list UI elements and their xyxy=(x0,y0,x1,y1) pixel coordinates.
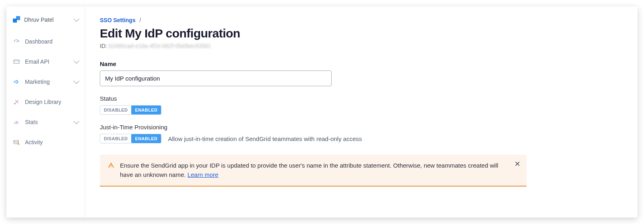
sidebar-item-stats[interactable]: Stats xyxy=(6,112,85,132)
sidebar-item-label: Dashboard xyxy=(25,38,78,45)
config-id: ID: b2480cad-e18a-4f2e-b62f-0fa0bec93581 xyxy=(100,43,623,49)
close-icon[interactable]: ✕ xyxy=(514,160,521,168)
swatch-icon xyxy=(13,98,20,106)
warning-icon xyxy=(108,162,114,168)
sidebar-item-label: Activity xyxy=(25,139,78,145)
jit-toggle-disabled[interactable]: DISABLED xyxy=(100,134,131,143)
breadcrumb: SSO Settings / xyxy=(100,17,623,23)
alert-message: Ensure the SendGrid app in your IDP is u… xyxy=(120,162,498,178)
name-label: Name xyxy=(100,60,623,67)
megaphone-icon xyxy=(13,78,20,85)
jit-label: Just-in-Time Provisioning xyxy=(100,124,623,131)
chevron-down-icon xyxy=(74,118,79,124)
sidebar-item-email-api[interactable]: Email API xyxy=(6,52,85,72)
sidebar-item-label: Design Library xyxy=(25,99,78,105)
page-title: Edit My IdP configuration xyxy=(100,27,623,40)
status-toggle-enabled[interactable]: ENABLED xyxy=(131,106,161,114)
sidebar-item-label: Stats xyxy=(25,119,70,125)
sendgrid-logo-icon xyxy=(13,16,20,23)
sidebar-item-activity[interactable]: Activity xyxy=(6,132,85,152)
sidebar-item-dashboard[interactable]: Dashboard xyxy=(6,31,85,52)
jit-toggle[interactable]: DISABLED ENABLED xyxy=(100,134,161,143)
chevron-down-icon xyxy=(74,16,79,22)
status-label: Status xyxy=(100,95,623,102)
sidebar-item-label: Marketing xyxy=(25,79,70,85)
sidebar: Dhruv Patel Dashboard Email API Marketin… xyxy=(6,6,85,218)
chevron-down-icon xyxy=(74,58,79,64)
alert-text: Ensure the SendGrid app in your IDP is u… xyxy=(120,161,509,179)
sidebar-item-design-library[interactable]: Design Library xyxy=(6,92,85,112)
sidebar-item-label: Email API xyxy=(25,58,70,65)
bars-icon xyxy=(13,118,20,126)
jit-toggle-enabled[interactable]: ENABLED xyxy=(131,134,161,143)
sidebar-user-name: Dhruv Patel xyxy=(24,17,70,23)
sidebar-item-marketing[interactable]: Marketing xyxy=(6,72,85,92)
jit-description: Allow just-in-time creation of SendGrid … xyxy=(168,135,362,142)
card-icon xyxy=(13,58,20,65)
breadcrumb-parent-link[interactable]: SSO Settings xyxy=(100,17,136,23)
breadcrumb-separator: / xyxy=(140,17,141,23)
account-switcher[interactable]: Dhruv Patel xyxy=(6,13,85,31)
main-content: SSO Settings / Edit My IdP configuration… xyxy=(85,6,638,218)
status-toggle[interactable]: DISABLED ENABLED xyxy=(100,105,161,115)
warning-alert: Ensure the SendGrid app in your IDP is u… xyxy=(100,155,526,187)
gauge-icon xyxy=(13,38,20,45)
learn-more-link[interactable]: Learn more xyxy=(188,171,219,178)
svg-rect-0 xyxy=(14,60,19,64)
id-prefix: ID: xyxy=(100,43,109,49)
envelope-search-icon xyxy=(13,139,20,146)
chevron-down-icon xyxy=(74,78,79,84)
id-value: b2480cad-e18a-4f2e-b62f-0fa0bec93581 xyxy=(109,43,211,49)
status-toggle-disabled[interactable]: DISABLED xyxy=(100,106,131,114)
name-input[interactable] xyxy=(100,71,332,86)
